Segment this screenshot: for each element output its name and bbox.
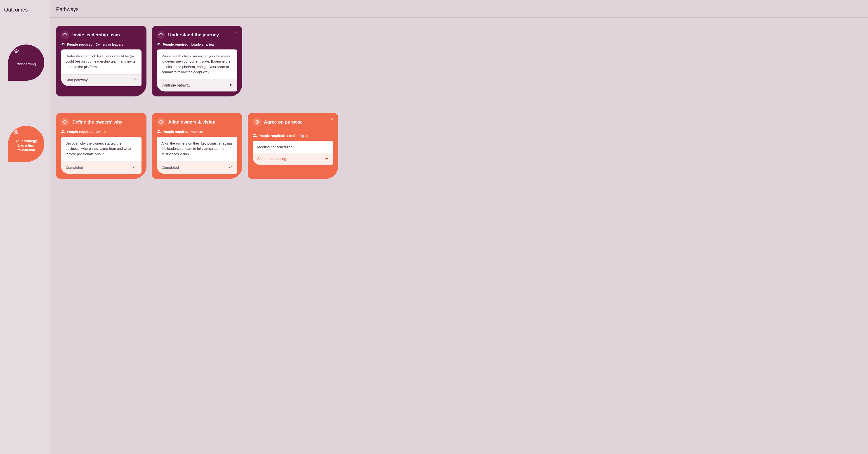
card-define-owners-why: Define the owners' why People required: …: [56, 113, 147, 179]
people-icon: [253, 134, 257, 137]
main-header: Pathways: [50, 0, 868, 18]
card-title: Agree on purpose: [264, 120, 303, 125]
graduation-icon: [13, 48, 19, 54]
main: Pathways Invite leadership team People r…: [50, 0, 868, 454]
people-required-label: People required:: [67, 42, 94, 46]
target-icon: [13, 130, 19, 135]
svg-point-18: [159, 130, 160, 131]
people-required-value: Leadership team: [287, 134, 312, 137]
people-icon: [61, 130, 65, 133]
graduation-icon: [157, 31, 165, 39]
card-agree-on-purpose: Agree on purpose People required: Leader…: [248, 113, 338, 179]
target-icon: [253, 118, 261, 126]
card-title: Invite leadership team: [72, 32, 120, 37]
outcome-label: Your strategy has a firm foundation: [12, 139, 40, 153]
check-icon: [132, 165, 137, 170]
svg-point-6: [158, 43, 159, 44]
people-icon: [61, 42, 65, 46]
card-description: Uncover why the owners started the busin…: [61, 137, 142, 162]
outcome-list: Onboarding Your strategy has a firm foun…: [4, 44, 50, 162]
people-required-label: People required:: [258, 134, 285, 137]
card-status: Meeting not scheduled: [253, 141, 333, 153]
card-title: Define the owners' why: [72, 120, 122, 125]
graduation-icon: [61, 31, 69, 39]
card-align-owners-vision: Align owners & vision People required: O…: [152, 113, 242, 179]
svg-point-22: [253, 134, 255, 135]
people-required: People required: Owners or leaders: [61, 42, 142, 46]
svg-point-20: [256, 121, 258, 123]
svg-point-23: [255, 134, 256, 135]
svg-point-12: [62, 130, 63, 131]
people-icon: [157, 130, 161, 133]
card-understand-journey: Understand the journey People required: …: [152, 26, 242, 96]
outcome-foundation[interactable]: Your strategy has a firm foundation: [8, 126, 44, 162]
svg-point-1: [15, 131, 17, 133]
card-title: Understand the journey: [168, 32, 219, 37]
outcome-label: Onboarding: [17, 62, 36, 66]
svg-marker-5: [134, 78, 136, 81]
svg-marker-8: [230, 84, 232, 86]
close-icon[interactable]: [330, 117, 334, 122]
people-required-label: People required:: [163, 130, 189, 133]
people-required: People required: Leadership team: [253, 134, 333, 137]
outcome-onboarding[interactable]: Onboarding: [8, 44, 44, 80]
card-description: Run a health check survey on your busine…: [157, 50, 237, 80]
svg-point-21: [256, 122, 257, 122]
continue-pathway-button[interactable]: Continue pathway: [157, 80, 237, 92]
section-foundation: Define the owners' why People required: …: [50, 105, 868, 187]
play-solid-icon: [229, 83, 233, 88]
close-icon[interactable]: [234, 30, 238, 34]
svg-point-10: [64, 121, 66, 123]
action-label: Continue pathway: [161, 83, 190, 88]
section-onboarding: Invite leadership team People required: …: [50, 18, 868, 105]
svg-point-7: [159, 43, 160, 44]
action-label: Start pathway: [66, 78, 88, 82]
card-description: Align the owners on their key points, en…: [157, 137, 237, 162]
card-invite-leadership: Invite leadership team People required: …: [56, 26, 147, 96]
svg-point-0: [14, 131, 18, 134]
people-required: People required: Leadership team: [157, 42, 237, 46]
play-solid-icon: [324, 157, 329, 162]
action-label: Completed: [161, 166, 179, 170]
sidebar: Outcomes Onboarding Your strategy has a …: [0, 0, 50, 454]
completed-status[interactable]: Completed: [61, 162, 142, 174]
svg-point-13: [63, 130, 64, 131]
people-required-label: People required:: [163, 42, 189, 46]
schedule-meeting-button[interactable]: Schedule meeting: [253, 153, 333, 165]
completed-status[interactable]: Completed: [157, 162, 237, 174]
people-required-value: Owners or leaders: [95, 42, 123, 46]
people-required: People required: Owners: [157, 130, 237, 133]
card-description: Understand, at high level, who should be…: [61, 50, 142, 74]
people-required: People required: Owners: [61, 130, 142, 133]
svg-marker-24: [326, 157, 328, 160]
people-required-value: Owners: [95, 130, 107, 133]
target-icon: [157, 118, 165, 126]
target-icon: [61, 118, 69, 126]
people-icon: [157, 42, 161, 46]
svg-point-4: [63, 43, 64, 44]
svg-point-11: [65, 122, 65, 122]
people-required-label: People required:: [67, 130, 94, 133]
svg-point-2: [16, 132, 17, 133]
start-pathway-button[interactable]: Start pathway: [61, 74, 142, 86]
card-title: Align owners & vision: [168, 120, 215, 125]
people-required-value: Owners: [191, 130, 203, 133]
action-label: Schedule meeting: [257, 157, 286, 161]
svg-point-15: [160, 121, 162, 123]
action-label: Completed: [66, 166, 83, 170]
main-title: Pathways: [56, 6, 868, 12]
svg-point-17: [158, 130, 159, 131]
people-required-value: Leadership team: [191, 42, 217, 46]
svg-point-16: [160, 122, 161, 122]
check-icon: [228, 165, 233, 170]
sidebar-title: Outcomes: [4, 7, 50, 13]
play-outline-icon: [133, 78, 137, 83]
svg-point-3: [62, 43, 63, 44]
